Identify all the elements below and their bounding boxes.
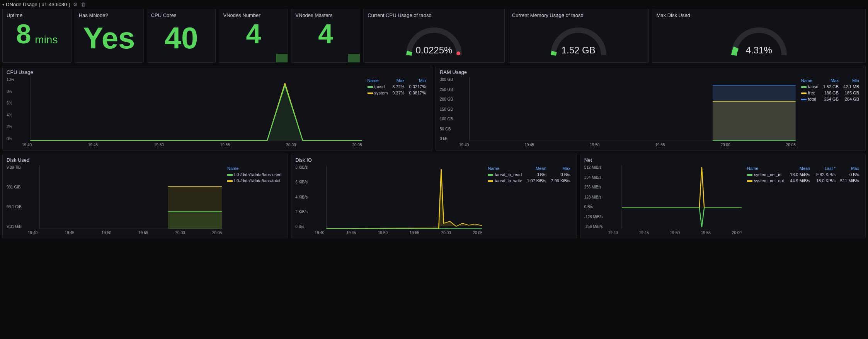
panel-disk-io[interactable]: Disk IO 8 KiB/s6 KiB/s4 KiB/s2 KiB/s0 B/…: [291, 154, 577, 238]
legend-item[interactable]: total264 GB264 GB: [799, 96, 861, 102]
panel-disk-used[interactable]: Disk Used 9.09 TiB931 GiB93.1 GiB9.31 Gi…: [2, 154, 288, 238]
axis-tick: 4 KiB/s: [295, 195, 308, 199]
axis-tick: 0%: [7, 137, 14, 141]
legend-item[interactable]: system9.37%0.0817%: [365, 90, 428, 96]
panel-title: CPU Cores: [151, 12, 212, 18]
panel-current-mem-gauge[interactable]: Current Memory Usage of taosd 1.52 GB: [508, 9, 649, 63]
panel-ram-usage[interactable]: RAM Usage 300 GB250 GB200 GB150 GB100 GB…: [436, 66, 866, 151]
axis-tick: 20:05: [212, 231, 222, 235]
legend-item[interactable]: taosd8.72%0.0217%: [365, 84, 428, 90]
panel-title: Disk Used: [7, 157, 284, 163]
axis-tick: 19:45: [88, 143, 98, 147]
panel-current-cpu-gauge[interactable]: Current CPU Usage of taosd 0.0225%: [363, 9, 505, 63]
axis-tick: -256 MiB/s: [584, 224, 603, 229]
panel-title: CPU Usage: [7, 69, 428, 75]
axis-tick: 128 MiB/s: [584, 195, 603, 199]
row-title: DNode Usage [ u1-43:6030 ]: [6, 2, 70, 7]
axis-tick: 9.31 GiB: [7, 224, 22, 229]
panel-max-disk-gauge[interactable]: Max Disk Used 4.31%: [652, 9, 866, 63]
axis-tick: 19:55: [701, 231, 711, 235]
legend-item[interactable]: L0-/data1/data/taos-total: [225, 178, 284, 184]
panel-title: Uptime: [7, 12, 67, 18]
legend-item[interactable]: taosd_io_write1.07 KiB/s7.99 KiB/s: [485, 178, 572, 184]
chart[interactable]: 8 KiB/s6 KiB/s4 KiB/s2 KiB/s0 B/s 19:401…: [295, 165, 482, 235]
axis-tick: 20:05: [352, 143, 362, 147]
axis-tick: 0 B/s: [295, 224, 308, 229]
chart[interactable]: 10%8%6%4%2%0% 19:4019:4519:5019:5520:002…: [7, 77, 362, 147]
legend: Name Max Min taosd8.72%0.0217%system9.37…: [365, 77, 428, 147]
panel-has-mnode[interactable]: Has MNode? Yes: [75, 9, 144, 63]
svg-rect-10: [168, 212, 222, 229]
axis-tick: 19:40: [608, 231, 618, 235]
axis-tick: 20:00: [732, 231, 742, 235]
legend-item[interactable]: taosd1.52 GB42.1 MB: [799, 84, 861, 90]
legend: NameL0-/data1/data/taos-usedL0-/data1/da…: [225, 165, 284, 235]
axis-tick: 19:50: [378, 231, 388, 235]
panel-title: Max Disk Used: [656, 12, 861, 18]
legend: Name Mean Max taosd_io_read0 B/s0 B/stao…: [485, 165, 572, 235]
axis-tick: 20:00: [286, 143, 296, 147]
axis-tick: 150 GB: [440, 107, 453, 111]
legend: Name Max Min taosd1.52 GB42.1 MBfree186 …: [799, 77, 861, 147]
panel-title: VNodes Masters: [295, 12, 356, 18]
axis-tick: 2 KiB/s: [295, 210, 308, 214]
panel-vnodes-masters[interactable]: VNodes Masters 4: [291, 9, 360, 63]
axis-tick: 19:45: [524, 143, 534, 147]
chart[interactable]: 512 MiB/s384 MiB/s256 MiB/s128 MiB/s0 B/…: [584, 165, 742, 235]
row-header[interactable]: ▾ DNode Usage [ u1-43:6030 ] ⚙ 🗑: [0, 0, 868, 9]
panel-cpu-usage[interactable]: CPU Usage 10%8%6%4%2%0% 19:4019:4519:501…: [2, 66, 432, 151]
axis-tick: 19:55: [655, 143, 665, 147]
chevron-down-icon: ▾: [2, 2, 4, 7]
chart[interactable]: 9.09 TiB931 GiB93.1 GiB9.31 GiB 19:4019:…: [7, 165, 222, 235]
gauge-value: 0.0225%: [401, 45, 467, 56]
chart[interactable]: 300 GB250 GB200 GB150 GB100 GB50 GB0 kB …: [440, 77, 796, 147]
gauge-value: 4.31%: [726, 45, 792, 56]
panel-uptime[interactable]: Uptime 8mins: [2, 9, 71, 63]
axis-tick: 2%: [7, 125, 14, 129]
axis-tick: 19:55: [410, 231, 419, 235]
legend: Name Mean Last * Max system_net_in-18.0 …: [745, 165, 861, 235]
legend-item[interactable]: system_net_in-18.0 MiB/s-9.82 KiB/s0 B/s: [745, 171, 861, 178]
panel-title: Has MNode?: [79, 12, 140, 18]
axis-tick: 6 KiB/s: [295, 180, 308, 184]
gauge: 0.0225%: [401, 22, 467, 57]
sparkline: [276, 54, 288, 62]
axis-tick: 384 MiB/s: [584, 175, 603, 180]
panel-vnodes-number[interactable]: VNodes Number 4: [219, 9, 288, 63]
axis-tick: 0 kB: [440, 137, 453, 141]
axis-tick: 19:45: [65, 231, 74, 235]
legend-item[interactable]: taosd_io_read0 B/s0 B/s: [485, 171, 572, 178]
axis-tick: 93.1 GiB: [7, 205, 22, 209]
stat-value: 8: [16, 21, 31, 48]
axis-tick: 0 B/s: [584, 205, 603, 209]
axis-tick: 19:40: [459, 143, 469, 147]
axis-tick: 6%: [7, 101, 14, 105]
axis-tick: 19:55: [220, 143, 230, 147]
panel-title: Current Memory Usage of taosd: [512, 12, 645, 18]
legend-item[interactable]: free186 GB185 GB: [799, 90, 861, 96]
stat-value: 4: [246, 21, 261, 48]
legend-item[interactable]: L0-/data1/data/taos-used: [225, 171, 284, 178]
axis-tick: 19:40: [22, 143, 32, 147]
trash-icon[interactable]: 🗑: [81, 2, 86, 7]
legend-item[interactable]: system_net_out44.9 MiB/s13.0 KiB/s511 Mi…: [745, 178, 861, 184]
axis-tick: 19:45: [639, 231, 649, 235]
axis-tick: 250 GB: [440, 87, 453, 92]
axis-tick: 19:55: [138, 231, 148, 235]
panel-title: VNodes Number: [223, 12, 284, 18]
panel-cpu-cores[interactable]: CPU Cores 40: [147, 9, 216, 63]
axis-tick: 50 GB: [440, 127, 453, 131]
axis-tick: 8 KiB/s: [295, 165, 308, 170]
axis-tick: 20:00: [175, 231, 185, 235]
gear-icon[interactable]: ⚙: [73, 2, 78, 7]
axis-tick: 20:05: [786, 143, 796, 147]
axis-tick: 100 GB: [440, 117, 453, 121]
axis-tick: 19:50: [590, 143, 599, 147]
gauge-value: 1.52 GB: [546, 45, 611, 56]
axis-tick: 19:50: [670, 231, 680, 235]
axis-tick: 20:00: [721, 143, 730, 147]
axis-tick: 19:50: [154, 143, 164, 147]
stat-value: 40: [165, 21, 198, 56]
panel-title: RAM Usage: [440, 69, 861, 75]
panel-net[interactable]: Net 512 MiB/s384 MiB/s256 MiB/s128 MiB/s…: [580, 154, 866, 238]
